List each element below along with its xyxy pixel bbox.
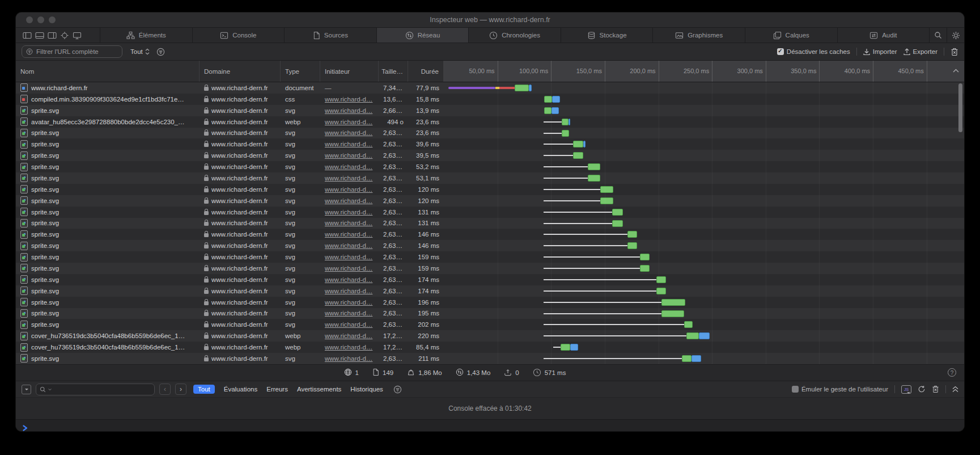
table-row[interactable]: sprite.svg www.richard-dern.fr svg www.r… xyxy=(16,218,964,229)
tab-stockage[interactable]: Stockage xyxy=(561,28,653,43)
table-row[interactable]: sprite.svg www.richard-dern.fr svg www.r… xyxy=(16,229,964,240)
table-row[interactable]: sprite.svg www.richard-dern.fr svg www.r… xyxy=(16,161,964,172)
initiator-link[interactable]: www.richard-d… xyxy=(325,175,372,182)
request-initiator[interactable]: www.richard-d… xyxy=(320,129,379,136)
initiator-link[interactable]: www.richard-d… xyxy=(325,276,372,283)
column-header-duree[interactable]: Durée xyxy=(408,61,444,82)
column-header-type[interactable]: Type xyxy=(281,61,320,82)
initiator-link[interactable]: www.richard-d… xyxy=(325,163,372,170)
initiator-link[interactable]: www.richard-d… xyxy=(325,344,372,351)
tab-sources[interactable]: Sources xyxy=(284,28,376,43)
request-initiator[interactable]: www.richard-d… xyxy=(320,288,379,294)
dock-side-left-icon[interactable] xyxy=(23,31,32,40)
js-context-icon[interactable]: JS xyxy=(901,385,911,394)
tab-console[interactable]: Console xyxy=(192,28,285,43)
table-row[interactable]: sprite.svg www.richard-dern.fr svg www.r… xyxy=(16,240,964,251)
request-initiator[interactable]: www.richard-d… xyxy=(320,119,379,125)
clear-network-trash-icon[interactable] xyxy=(951,48,958,56)
table-row[interactable]: sprite.svg www.richard-dern.fr svg www.r… xyxy=(16,195,964,207)
column-header-initiateur[interactable]: Initiateur xyxy=(320,61,379,82)
initiator-link[interactable]: www.richard-d… xyxy=(325,242,372,249)
request-initiator[interactable]: www.richard-d… xyxy=(320,344,379,351)
table-row[interactable]: sprite.svg www.richard-dern.fr svg www.r… xyxy=(16,184,964,195)
initiator-link[interactable]: www.richard-d… xyxy=(325,209,372,216)
dock-bottom-icon[interactable] xyxy=(35,31,44,40)
settings-gear-button[interactable] xyxy=(947,28,964,43)
initiator-link[interactable]: www.richard-d… xyxy=(325,141,372,148)
initiator-link[interactable]: www.richard-d… xyxy=(325,129,372,136)
console-prompt[interactable] xyxy=(16,419,964,431)
table-row[interactable]: cover_hu736519dc3b5040cfa48b6b559b6de6ec… xyxy=(16,342,964,353)
table-row[interactable]: sprite.svg www.richard-dern.fr svg www.r… xyxy=(16,263,964,274)
request-initiator[interactable]: www.richard-d… xyxy=(320,220,379,226)
table-row[interactable]: sprite.svg www.richard-dern.fr svg www.r… xyxy=(16,353,964,364)
table-row[interactable]: avatar_hu85ecc3e298728880b0bde2dcc4e5c23… xyxy=(16,116,964,128)
request-initiator[interactable]: www.richard-d… xyxy=(320,107,379,114)
tab-audit[interactable]: Audit xyxy=(837,28,930,43)
clear-console-trash-icon[interactable] xyxy=(932,385,939,393)
initiator-link[interactable]: www.richard-d… xyxy=(325,231,372,238)
table-row[interactable]: sprite.svg www.richard-dern.fr svg www.r… xyxy=(16,128,964,139)
initiator-link[interactable]: www.richard-d… xyxy=(325,288,372,294)
console-collapse-icon[interactable] xyxy=(22,385,31,394)
table-row[interactable]: cover_hu736519dc3b5040cfa48b6b559b6de6ec… xyxy=(16,330,964,342)
disable-caches-checkbox[interactable]: Désactiver les caches xyxy=(777,48,850,55)
request-initiator[interactable]: www.richard-d… xyxy=(320,276,379,283)
request-initiator[interactable]: www.richard-d… xyxy=(320,355,379,362)
column-header-nom[interactable]: Nom xyxy=(16,61,200,82)
table-row[interactable]: sprite.svg www.richard-dern.fr svg www.r… xyxy=(16,150,964,161)
request-initiator[interactable]: www.richard-d… xyxy=(320,197,379,204)
resource-type-filter[interactable]: Tout xyxy=(130,48,150,55)
collapse-waterfall-chevron-icon[interactable] xyxy=(953,67,959,74)
request-initiator[interactable]: www.richard-d… xyxy=(320,231,379,238)
request-initiator[interactable]: www.richard-d… xyxy=(320,321,379,328)
request-initiator[interactable]: www.richard-d… xyxy=(320,96,379,103)
table-row[interactable]: compiled.min.38390909f303624ed9e1cf1bd3f… xyxy=(16,94,964,105)
table-row[interactable]: sprite.svg www.richard-dern.fr svg www.r… xyxy=(16,105,964,116)
console-search-input[interactable] xyxy=(36,384,155,395)
column-header-domaine[interactable]: Domaine xyxy=(200,61,281,82)
console-filter-icon[interactable] xyxy=(393,385,402,394)
initiator-link[interactable]: www.richard-d… xyxy=(325,332,372,339)
request-initiator[interactable]: www.richard-d… xyxy=(320,186,379,193)
request-initiator[interactable]: www.richard-d… xyxy=(320,141,379,148)
table-row[interactable]: www.richard-dern.fr www.richard-dern.fr … xyxy=(16,82,964,94)
request-initiator[interactable]: www.richard-d… xyxy=(320,163,379,170)
table-row[interactable]: sprite.svg www.richard-dern.fr svg www.r… xyxy=(16,207,964,218)
export-button[interactable]: Exporter xyxy=(903,48,937,56)
dock-side-right-icon[interactable] xyxy=(48,31,57,40)
initiator-link[interactable]: www.richard-d… xyxy=(325,355,372,362)
initiator-link[interactable]: www.richard-d… xyxy=(325,119,372,125)
device-icon[interactable] xyxy=(73,31,82,40)
initiator-link[interactable]: www.richard-d… xyxy=(325,254,372,260)
initiator-link[interactable]: www.richard-d… xyxy=(325,107,372,114)
request-initiator[interactable]: www.richard-d… xyxy=(320,209,379,216)
console-scope-avertissements[interactable]: Avertissements xyxy=(297,386,341,393)
initiator-link[interactable]: www.richard-d… xyxy=(325,220,372,226)
request-initiator[interactable]: www.richard-d… xyxy=(320,175,379,182)
table-row[interactable]: sprite.svg www.richard-dern.fr svg www.r… xyxy=(16,138,964,150)
initiator-link[interactable]: www.richard-d… xyxy=(325,265,372,272)
console-scope-évaluations[interactable]: Évaluations xyxy=(224,386,257,393)
request-initiator[interactable]: www.richard-d… xyxy=(320,310,379,317)
request-initiator[interactable]: www.richard-d… xyxy=(320,152,379,159)
initiator-link[interactable]: www.richard-d… xyxy=(325,152,372,159)
initiator-link[interactable]: www.richard-d… xyxy=(325,197,372,204)
table-row[interactable]: sprite.svg www.richard-dern.fr svg www.r… xyxy=(16,251,964,263)
sort-filter-icon[interactable] xyxy=(156,48,165,56)
vertical-scrollbar-thumb[interactable] xyxy=(958,83,962,132)
initiator-link[interactable]: www.richard-d… xyxy=(325,310,372,317)
console-scope-tout[interactable]: Tout xyxy=(193,385,215,394)
tab-chronologies[interactable]: Chronologies xyxy=(468,28,561,43)
import-button[interactable]: Importer xyxy=(863,48,897,56)
console-scope-historiques[interactable]: Historiques xyxy=(350,386,383,393)
initiator-link[interactable]: www.richard-d… xyxy=(325,321,372,328)
expand-console-double-chevron-icon[interactable] xyxy=(952,386,958,393)
table-row[interactable]: sprite.svg www.richard-dern.fr svg www.r… xyxy=(16,297,964,308)
reload-icon[interactable] xyxy=(918,385,926,393)
url-filter-input[interactable]: Filtrer l'URL complète xyxy=(22,45,122,58)
search-button[interactable] xyxy=(929,28,947,43)
table-row[interactable]: sprite.svg www.richard-dern.fr svg www.r… xyxy=(16,274,964,285)
tab-elements[interactable]: Éléments xyxy=(100,28,192,43)
initiator-link[interactable]: www.richard-d… xyxy=(325,96,372,103)
